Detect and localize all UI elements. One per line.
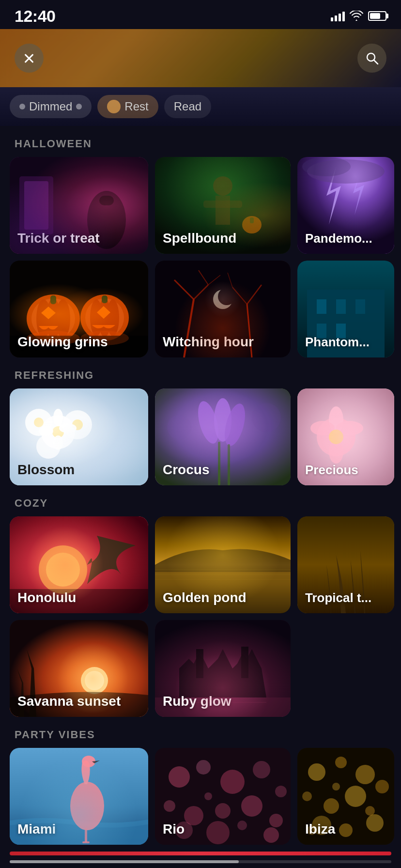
svg-rect-2: [10, 157, 148, 254]
svg-point-17: [302, 157, 351, 176]
card-glowing-grins[interactable]: Glowing grins: [10, 261, 148, 357]
halloween-row-1: Trick or treat: [10, 157, 391, 254]
svg-rect-50: [317, 299, 326, 314]
svg-point-73: [167, 415, 191, 439]
svg-point-29: [107, 299, 119, 336]
card-crocus-label: Crocus: [163, 462, 209, 478]
svg-line-45: [247, 285, 262, 304]
svg-point-21: [46, 298, 61, 339]
svg-point-93: [81, 667, 108, 694]
svg-point-79: [329, 439, 343, 464]
svg-point-62: [72, 419, 83, 430]
honolulu-decoration: [10, 516, 148, 613]
svg-line-46: [232, 287, 247, 304]
filter-rest[interactable]: Rest: [97, 95, 158, 118]
card-golden-pond[interactable]: Golden pond: [155, 516, 291, 613]
card-honolulu[interactable]: Honolulu: [10, 516, 148, 613]
filter-dimmed[interactable]: Dimmed: [10, 95, 92, 118]
witching-decoration: [155, 261, 291, 357]
svg-rect-72: [228, 444, 230, 485]
svg-point-3: [87, 191, 126, 249]
svg-rect-99: [10, 748, 148, 845]
svg-point-76: [317, 418, 355, 456]
svg-marker-31: [97, 306, 110, 319]
pandemonium-decoration: [297, 157, 394, 254]
svg-point-107: [220, 770, 245, 794]
card-witching-label: Witching hour: [163, 334, 254, 350]
cozy-row-1: Honolulu: [10, 516, 391, 613]
svg-rect-103: [82, 841, 90, 843]
card-trick-or-treat[interactable]: Trick or treat: [10, 157, 148, 254]
svg-rect-82: [10, 516, 148, 613]
ruby-decoration: [155, 620, 291, 717]
svg-point-115: [206, 821, 230, 844]
svg-point-108: [253, 761, 270, 778]
card-rio[interactable]: Rio: [155, 748, 291, 845]
svg-point-58: [63, 410, 92, 439]
svg-point-20: [31, 298, 75, 339]
card-blossom-label: Blossom: [17, 462, 75, 478]
svg-rect-13: [297, 157, 394, 254]
card-ruby-label: Ruby glow: [163, 694, 231, 709]
svg-point-8: [213, 176, 232, 196]
card-phantom[interactable]: Phantom...: [297, 261, 394, 357]
svg-point-61: [34, 418, 44, 427]
cozy-section: COZY: [0, 497, 401, 717]
svg-rect-18: [10, 261, 148, 357]
card-pandemonium[interactable]: Pandemo...: [297, 157, 394, 254]
halloween-row-2: Glowing grins: [10, 261, 391, 357]
card-tropical[interactable]: Tropical t...: [297, 516, 394, 613]
svg-rect-71: [218, 442, 220, 485]
card-savanna-sunset[interactable]: Savanna sunset: [10, 620, 148, 717]
svg-rect-85: [10, 589, 148, 613]
close-button[interactable]: [15, 44, 44, 73]
svg-rect-5: [19, 176, 53, 234]
svg-rect-102: [85, 828, 87, 842]
svg-point-34: [27, 331, 80, 345]
battery-icon: [368, 11, 386, 21]
svg-point-22: [56, 299, 70, 338]
svg-point-106: [196, 760, 211, 775]
party-row-1: Miami: [10, 748, 391, 845]
card-miami[interactable]: Miami: [10, 748, 148, 845]
svg-point-132: [332, 783, 340, 790]
svg-rect-33: [10, 336, 148, 357]
svg-point-35: [80, 331, 129, 345]
svg-line-39: [184, 299, 194, 357]
miami-decoration: [10, 748, 148, 845]
card-ibiza[interactable]: Ibiza: [297, 748, 394, 845]
svg-point-84: [46, 553, 80, 587]
svg-point-94: [85, 671, 104, 690]
svg-point-130: [366, 814, 384, 832]
card-ibiza-label: Ibiza: [305, 822, 335, 837]
svg-rect-97: [241, 647, 248, 678]
savanna-decoration: [10, 620, 148, 717]
svg-point-127: [375, 780, 389, 793]
filter-row: Dimmed Rest Read: [0, 87, 401, 126]
card-precious-label: Precious: [305, 463, 358, 478]
filter-read[interactable]: Read: [164, 95, 211, 118]
cozy-row-2: Savanna sunset: [10, 620, 391, 717]
svg-rect-51: [336, 299, 346, 314]
svg-rect-12: [250, 217, 254, 223]
card-blossom[interactable]: Blossom: [10, 388, 148, 485]
svg-rect-75: [297, 388, 394, 485]
card-spellbound[interactable]: Spellbound: [155, 157, 291, 254]
svg-line-42: [199, 270, 208, 285]
card-witching-hour[interactable]: Witching hour: [155, 261, 291, 357]
svg-point-112: [241, 795, 262, 817]
card-trick-label: Trick or treat: [17, 231, 100, 246]
search-button[interactable]: [357, 44, 386, 73]
svg-point-65: [53, 435, 63, 450]
card-ruby-glow[interactable]: Ruby glow: [155, 620, 291, 717]
svg-point-116: [263, 827, 279, 843]
svg-line-47: [228, 273, 232, 287]
card-precious[interactable]: Precious: [297, 388, 394, 485]
svg-rect-10: [203, 201, 242, 208]
bottom-bar: [10, 852, 391, 855]
wifi-icon: [350, 11, 363, 21]
refreshing-title: REFRESHING: [10, 369, 391, 382]
svg-rect-92: [10, 620, 148, 717]
card-crocus[interactable]: Crocus: [155, 388, 291, 485]
svg-point-100: [70, 782, 104, 830]
